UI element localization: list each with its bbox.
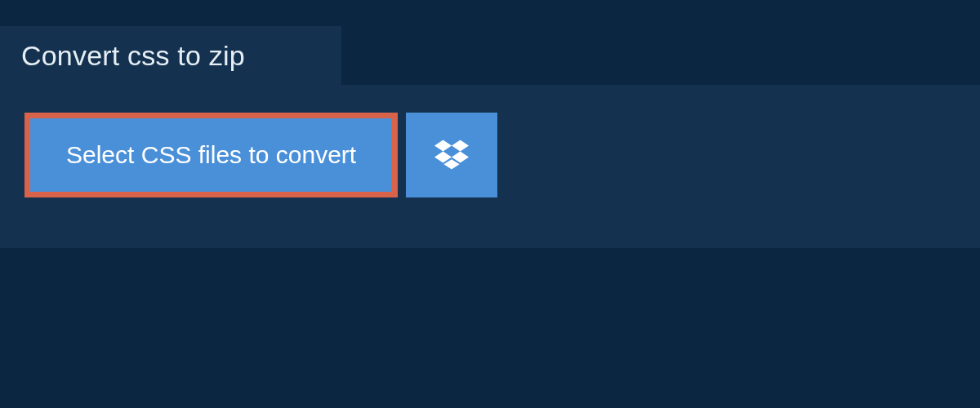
select-files-highlight: Select CSS files to convert (24, 113, 398, 197)
select-files-button[interactable]: Select CSS files to convert (30, 118, 392, 192)
tab-header: Convert css to zip (0, 26, 341, 85)
select-files-label: Select CSS files to convert (66, 141, 356, 169)
converter-canvas: Convert css to zip Select CSS files to c… (0, 0, 980, 408)
page-title: Convert css to zip (21, 40, 245, 72)
dropbox-icon (434, 137, 469, 174)
main-panel: Select CSS files to convert (0, 85, 980, 248)
dropbox-button[interactable] (406, 113, 497, 197)
button-row: Select CSS files to convert (24, 113, 497, 197)
